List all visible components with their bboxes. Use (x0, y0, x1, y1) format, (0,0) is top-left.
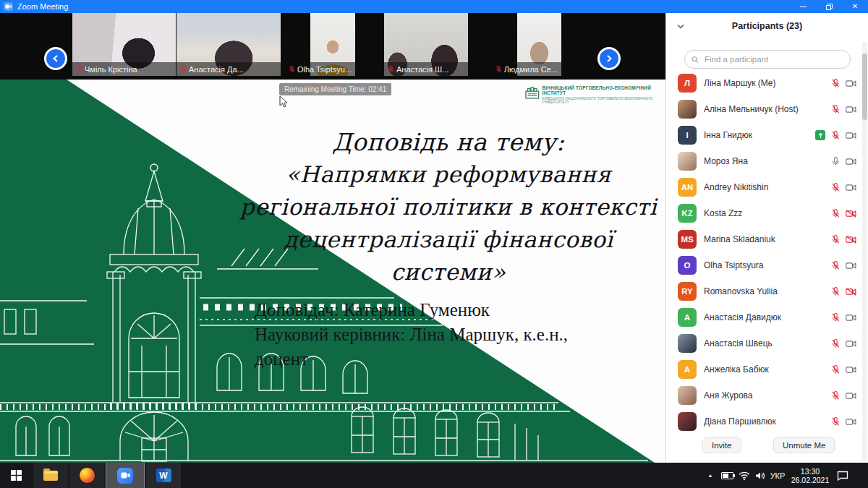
participant-name: Ліна Маршук (Me) (704, 78, 824, 88)
participant-row[interactable]: RY Romanovska Yuliia (666, 278, 868, 304)
institute-name-line2: КИЇВСЬКОГО НАЦІОНАЛЬНОГО ТОРГОВЕЛЬНО-ЕКО… (542, 97, 665, 104)
video-name-label: Анастасія Ш... (384, 62, 468, 76)
video-thumbnail[interactable]: Анастасія Да... (176, 13, 281, 76)
mic-status-icon (831, 338, 840, 348)
avatar: MS (678, 230, 697, 249)
speaker-line: доцент (255, 347, 568, 372)
file-explorer-taskbar-button[interactable] (33, 463, 68, 488)
action-center-icon[interactable] (833, 463, 852, 488)
participant-name: Інна Гнидюк (704, 130, 808, 140)
participant-row[interactable]: Діана Паршивлюк (666, 408, 868, 435)
panel-scrollbar-thumb[interactable] (862, 53, 867, 120)
avatar (678, 334, 697, 353)
participant-name: Romanovska Yuliia (704, 286, 824, 296)
wifi-icon[interactable] (736, 463, 752, 488)
shared-screen-slide: Remaining Meeting Time: 02:41 ВІННИЦЬКИЙ… (0, 80, 665, 463)
mic-muted-icon (289, 65, 295, 73)
taskbar-clock[interactable]: 13:3026.02.2021 (790, 463, 830, 488)
participant-row[interactable]: А Анастасія Давидюк (666, 304, 868, 330)
mic-status-icon (831, 364, 840, 374)
slide-speaker-block: Доповідач: Катерина Гуменюк Науковий кер… (255, 298, 568, 372)
avatar: А (678, 360, 697, 379)
mic-status-icon (831, 260, 840, 270)
camera-status-icon (846, 184, 856, 192)
mic-status-icon (831, 78, 840, 88)
participant-search-box[interactable] (684, 50, 851, 69)
zoom-app-icon (4, 2, 13, 11)
zoom-taskbar-button-active[interactable] (106, 463, 145, 488)
avatar: Л (678, 74, 697, 93)
slide-title-line: регіональної політики в контексті (239, 191, 658, 223)
restore-button[interactable] (816, 0, 842, 13)
participant-row[interactable]: І Інна Гнидюк (666, 122, 868, 148)
language-indicator[interactable]: УКР (767, 463, 788, 488)
mic-status-icon (831, 104, 840, 114)
participant-row[interactable]: Аня Журова (666, 382, 868, 408)
avatar (678, 152, 697, 171)
camera-status-icon (846, 262, 856, 270)
word-taskbar-button[interactable]: W (146, 463, 181, 488)
participant-row[interactable]: Мороз Яна (666, 148, 868, 174)
camera-status-icon (846, 132, 856, 140)
close-button[interactable]: ✕ (842, 0, 868, 13)
participant-name: Анжеліка Бабюк (704, 364, 824, 374)
show-hidden-icons-button[interactable]: ▲ (703, 463, 718, 488)
video-thumbnail[interactable]: Olha Tsiptsyu... (310, 13, 355, 76)
screen-share-icon (815, 130, 825, 140)
remaining-time-tooltip: Remaining Meeting Time: 02:41 (279, 83, 391, 95)
institute-emblem-icon (525, 85, 540, 100)
invite-button[interactable]: Invite (702, 437, 741, 453)
camera-status-icon (846, 366, 856, 374)
battery-icon[interactable] (719, 463, 735, 488)
participant-name: Аліна Мельничук (Host) (704, 104, 824, 114)
participant-name: Анастасія Швець (704, 338, 824, 348)
firefox-taskbar-button[interactable] (69, 463, 104, 488)
minimize-button[interactable] (790, 0, 816, 13)
participants-panel: Participants (23) Л Ліна Маршук (Me) Алі… (665, 13, 868, 463)
participant-row[interactable]: AN Andrey Nikitishin (666, 174, 868, 200)
zoom-meeting-window: { "titlebar": { "title": "Zoom Meeting" … (0, 0, 868, 488)
search-icon (692, 56, 699, 64)
participant-row[interactable]: KZ Kosta Zzz (666, 200, 868, 226)
start-button[interactable] (0, 463, 32, 488)
avatar: RY (678, 282, 697, 301)
mic-status-icon (831, 182, 840, 192)
windows-taskbar: W ▲ УКР 13:3026.02.2021 (0, 463, 868, 488)
slide-title-line: «Напрямки реформування (239, 158, 658, 191)
camera-status-icon (846, 158, 856, 166)
participant-row[interactable]: O Olha Tsiptsyura (666, 252, 868, 278)
speaker-icon[interactable] (752, 463, 768, 488)
mic-muted-icon (495, 65, 502, 73)
camera-status-icon (846, 236, 856, 244)
participant-name: Аня Журова (704, 390, 824, 401)
filmstrip-next-button[interactable] (597, 47, 621, 70)
video-filmstrip: Чміль Крістіна Анастасія Да... Olha Tsip… (0, 13, 665, 80)
camera-status-icon (846, 392, 856, 400)
filmstrip-prev-button[interactable] (44, 47, 67, 70)
participant-row[interactable]: Аліна Мельничук (Host) (666, 96, 868, 122)
participant-row[interactable]: Л Ліна Маршук (Me) (666, 70, 868, 96)
participant-name: Andrey Nikitishin (704, 182, 824, 192)
video-name-label: Анастасія Да... (176, 62, 281, 76)
participant-name: Kosta Zzz (704, 208, 824, 218)
participant-row[interactable]: Анастасія Швець (666, 330, 868, 356)
participant-row[interactable]: MS Marina Skladaniuk (666, 226, 868, 252)
video-thumbnail[interactable]: Анастасія Ш... (384, 13, 468, 76)
participant-row[interactable]: А Анжеліка Бабюк (666, 356, 868, 382)
avatar: AN (678, 178, 697, 197)
search-input[interactable] (703, 54, 843, 64)
avatar: І (678, 126, 697, 145)
camera-status-icon (846, 80, 856, 87)
avatar: O (678, 256, 697, 275)
speaker-line: Науковий керівник: Ліна Маршук, к.е.н., (255, 322, 568, 347)
file-explorer-icon (43, 471, 58, 481)
camera-status-icon (846, 288, 856, 296)
video-thumbnail[interactable]: Чміль Крістіна (72, 13, 176, 76)
slide-title: Доповідь на тему: «Напрямки реформування… (239, 126, 658, 288)
unmute-me-button[interactable]: Unmute Me (773, 437, 835, 453)
video-thumbnail[interactable]: Людмила Се... (517, 13, 561, 76)
clock-time: 13:30 (791, 467, 830, 476)
camera-status-icon (846, 314, 856, 322)
word-icon: W (156, 468, 171, 482)
chevron-down-icon[interactable] (677, 24, 684, 29)
